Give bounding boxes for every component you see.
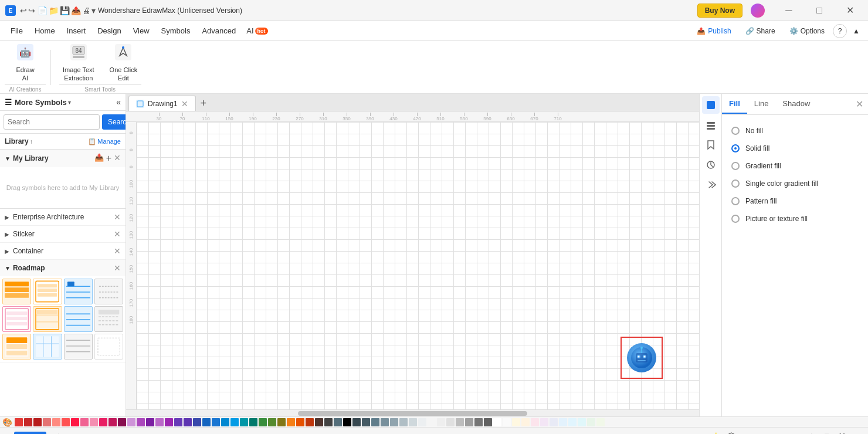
help-button[interactable]: ?: [833, 24, 847, 38]
manage-link[interactable]: 📋Manage: [88, 138, 121, 145]
color-swatch[interactable]: [578, 418, 586, 426]
gradient-fill-option[interactable]: Gradient fill: [729, 157, 861, 175]
drawing1-tab[interactable]: Drawing1 ✕: [128, 96, 196, 111]
color-swatch[interactable]: [531, 418, 539, 426]
fill-icon-button[interactable]: [702, 96, 720, 114]
layers-icon-button[interactable]: [702, 116, 720, 134]
roadmap-item-11[interactable]: [64, 334, 93, 360]
play-button[interactable]: ▶: [755, 430, 768, 435]
more-icon[interactable]: ▾: [91, 6, 96, 15]
publish-button[interactable]: 📤Publish: [691, 25, 737, 38]
roadmap-item-5[interactable]: [2, 306, 31, 332]
color-swatch[interactable]: [174, 418, 182, 426]
search-button[interactable]: Search: [102, 114, 126, 130]
roadmap-item-6[interactable]: [33, 306, 62, 332]
color-swatch[interactable]: [155, 418, 164, 426]
add-page-button[interactable]: +: [56, 431, 61, 435]
roadmap-item-2[interactable]: [33, 279, 62, 304]
tab-shadow[interactable]: Shadow: [775, 94, 817, 114]
minimize-button[interactable]: ─: [775, 2, 802, 19]
canvas-robot-object[interactable]: [621, 337, 663, 379]
color-swatch[interactable]: [52, 418, 60, 426]
share-button[interactable]: 🔗Share: [740, 25, 781, 38]
tab-fill[interactable]: Fill: [722, 94, 747, 114]
menu-symbols[interactable]: Symbols: [155, 24, 196, 38]
horizontal-scrollbar[interactable]: [126, 409, 699, 416]
solid-fill-radio[interactable]: [731, 144, 740, 152]
color-swatch[interactable]: [418, 418, 426, 426]
collapse-ribbon-button[interactable]: ▲: [849, 24, 863, 38]
color-swatch[interactable]: [193, 418, 201, 426]
my-library-add[interactable]: +: [106, 153, 111, 164]
color-swatch[interactable]: [334, 418, 342, 426]
color-swatch[interactable]: [99, 418, 107, 426]
color-swatch[interactable]: [315, 418, 323, 426]
picture-fill-option[interactable]: Picture or texture fill: [729, 210, 861, 228]
color-picker-icon[interactable]: 🎨: [2, 418, 12, 427]
fullscreen-button[interactable]: ⛶: [835, 430, 848, 435]
color-swatch[interactable]: [399, 418, 408, 426]
roadmap-item-12[interactable]: [94, 334, 123, 360]
no-fill-radio[interactable]: [731, 127, 740, 135]
bookmark-icon-button[interactable]: [702, 136, 720, 154]
color-swatch[interactable]: [512, 418, 520, 426]
fit-page-button[interactable]: ⊡: [820, 430, 833, 435]
my-library-close[interactable]: ✕: [114, 153, 121, 164]
h-scroll-thumb[interactable]: [298, 411, 527, 416]
color-swatch[interactable]: [371, 418, 379, 426]
color-swatch[interactable]: [146, 418, 154, 426]
color-swatch[interactable]: [90, 418, 98, 426]
color-swatch[interactable]: [287, 418, 295, 426]
menu-home[interactable]: Home: [29, 24, 61, 38]
color-swatch[interactable]: [484, 418, 492, 426]
color-swatch[interactable]: [230, 418, 239, 426]
more-symbols-title[interactable]: More Symbols: [15, 98, 67, 107]
color-swatch[interactable]: [446, 418, 455, 426]
color-swatch[interactable]: [503, 418, 511, 426]
color-swatch[interactable]: [390, 418, 398, 426]
roadmap-item-3[interactable]: [64, 279, 93, 304]
color-swatch[interactable]: [221, 418, 229, 426]
options-button[interactable]: ⚙️Options: [784, 25, 830, 38]
color-swatch[interactable]: [559, 418, 567, 426]
color-swatch[interactable]: [43, 418, 51, 426]
color-swatch[interactable]: [202, 418, 211, 426]
open-icon[interactable]: 📁: [49, 6, 59, 15]
color-swatch[interactable]: [456, 418, 464, 426]
color-swatch[interactable]: [240, 418, 248, 426]
toolbar-undo[interactable]: ↩ ↪: [20, 6, 35, 15]
color-swatch[interactable]: [71, 418, 79, 426]
roadmap-item-4[interactable]: [94, 279, 123, 304]
maximize-button[interactable]: □: [806, 2, 833, 19]
sticker-item[interactable]: ▶ Sticker ✕: [0, 226, 126, 243]
color-swatch[interactable]: [184, 418, 192, 426]
page-1-tab[interactable]: Page-1: [14, 432, 46, 435]
new-doc-icon[interactable]: 📄: [38, 6, 48, 15]
page-layout-icon[interactable]: ⊞: [5, 432, 12, 435]
color-swatch[interactable]: [306, 418, 314, 426]
color-swatch[interactable]: [521, 418, 530, 426]
color-swatch[interactable]: [296, 418, 304, 426]
color-swatch[interactable]: [596, 418, 605, 426]
color-swatch[interactable]: [474, 418, 483, 426]
color-swatch[interactable]: [259, 418, 267, 426]
color-swatch[interactable]: [568, 418, 577, 426]
history-icon-button[interactable]: [702, 156, 720, 174]
color-swatch[interactable]: [62, 418, 70, 426]
color-swatch[interactable]: [24, 418, 32, 426]
color-swatch[interactable]: [118, 418, 126, 426]
tab-close-icon[interactable]: ✕: [181, 99, 188, 108]
roadmap-item-1[interactable]: [2, 279, 31, 304]
menu-view[interactable]: View: [127, 24, 155, 38]
color-swatch[interactable]: [324, 418, 333, 426]
single-gradient-radio[interactable]: [731, 179, 740, 188]
roadmap-close[interactable]: ✕: [114, 263, 121, 273]
color-swatch[interactable]: [80, 418, 89, 426]
menu-insert[interactable]: Insert: [61, 24, 92, 38]
color-swatch[interactable]: [108, 418, 117, 426]
export-icon[interactable]: 📤: [71, 6, 81, 15]
color-swatch[interactable]: [343, 418, 351, 426]
add-tab-button[interactable]: +: [196, 96, 211, 111]
solid-fill-option[interactable]: Solid fill: [729, 140, 861, 157]
picture-fill-radio[interactable]: [731, 215, 740, 223]
